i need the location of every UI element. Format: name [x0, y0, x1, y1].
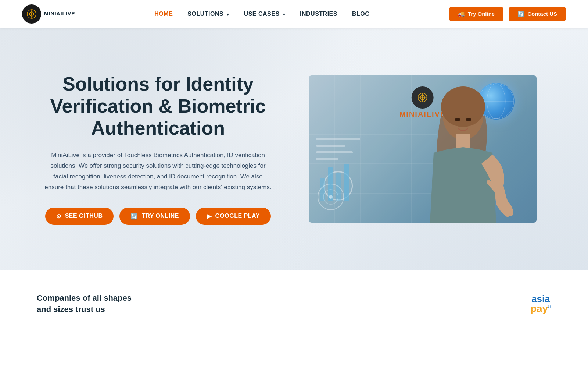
truck-icon: 🚚 [458, 11, 465, 17]
asiapay-reg: ® [548, 304, 551, 309]
nav-item-solutions[interactable]: SOLUTIONS ▾ [187, 11, 229, 17]
svg-point-39 [466, 118, 471, 121]
hero-image-inner: MINIAILIVE [309, 75, 537, 223]
try-online-icon: 🔄 [130, 213, 138, 220]
asiapay-logo: asia pay® [530, 294, 551, 314]
navbar: MINIAILIVE HOME SOLUTIONS ▾ USE CASES ▾ … [0, 0, 588, 28]
hero-section: Solutions for Identity Verification & Bi… [0, 28, 588, 270]
nav-actions: 🚚 Try Online 🔄 Contact US [449, 7, 566, 21]
nav-item-blog[interactable]: BLOG [352, 11, 370, 17]
trust-logos: asia pay® [162, 294, 551, 314]
hero-buttons: ⊙ SEE GITHUB 🔄 TRY ONLINE ▶ GOOGLE PLAY [37, 208, 279, 225]
nav-item-industries[interactable]: INDUSTRIES [300, 11, 337, 17]
nav-item-home[interactable]: HOME [154, 11, 173, 17]
trust-heading: Companies of all shapes and sizes trust … [37, 293, 132, 315]
play-icon: ▶ [207, 213, 212, 220]
hero-image: MINIAILIVE [309, 75, 537, 223]
hero-title: Solutions for Identity Verification & Bi… [37, 73, 279, 139]
asiapay-asia-text: asia [531, 294, 550, 304]
logo[interactable]: MINIAILIVE [22, 4, 75, 24]
chevron-down-icon: ▾ [227, 12, 229, 17]
trust-section: Companies of all shapes and sizes trust … [0, 270, 588, 337]
hero-visual [309, 75, 537, 223]
github-icon: ⊙ [56, 213, 61, 220]
nav-item-use-cases[interactable]: USE CASES ▾ [244, 11, 285, 17]
nav-links: HOME SOLUTIONS ▾ USE CASES ▾ INDUSTRIES … [154, 11, 370, 17]
try-online-button[interactable]: 🚚 Try Online [449, 7, 503, 21]
google-play-button[interactable]: ▶ GOOGLE PLAY [196, 208, 271, 225]
svg-point-38 [455, 118, 460, 121]
hero-content: Solutions for Identity Verification & Bi… [37, 73, 279, 225]
svg-point-33 [329, 195, 333, 199]
try-online-hero-button[interactable]: 🔄 TRY ONLINE [119, 208, 190, 225]
svg-rect-30 [344, 164, 349, 201]
contact-us-button[interactable]: 🔄 Contact US [509, 7, 566, 21]
logo-icon [22, 4, 41, 24]
chevron-down-icon: ▾ [283, 12, 286, 17]
asiapay-pay-text: pay® [530, 304, 551, 314]
logo-text: MINIAILIVE [44, 11, 75, 17]
refresh-icon: 🔄 [517, 11, 524, 17]
see-github-button[interactable]: ⊙ SEE GITHUB [45, 208, 114, 225]
hero-description: MiniAiLive is a provider of Touchless Bi… [37, 150, 279, 193]
